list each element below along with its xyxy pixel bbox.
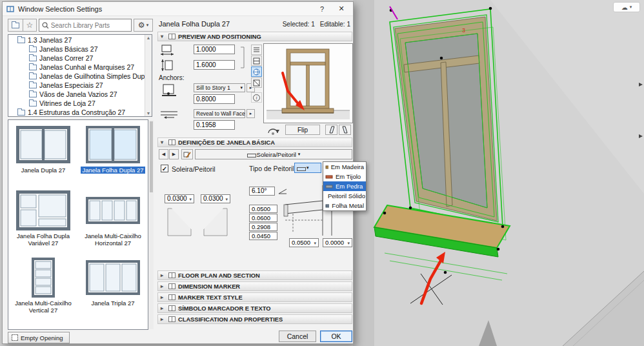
dim-field-3[interactable]: 0.2908 (249, 223, 277, 231)
chevron-down-icon: ▾ (240, 85, 243, 90)
mirror-a-button[interactable] (325, 125, 337, 135)
preview-image[interactable] (263, 43, 353, 123)
tree-item[interactable]: Janelas Cunhal e Marquises 27 (8, 63, 152, 72)
list-icon (253, 46, 260, 54)
menu-item-peitoril-solido[interactable]: Peitoril Sólido (323, 191, 366, 201)
sill-anchor-dropdown[interactable]: Sill to Story 1▾ (194, 83, 245, 92)
section-preview-positioning[interactable]: ▾ PREVIEW AND POSITIONING (157, 32, 352, 41)
search-icon (42, 22, 48, 29)
width-field[interactable]: 1.0000 (194, 45, 235, 54)
section-icon (168, 139, 176, 145)
thumbnail-janela-tripla[interactable]: Janela Tripla 27 (79, 254, 146, 307)
settings-page-button[interactable] (181, 149, 193, 159)
star-icon: ☆ (26, 21, 34, 30)
prev-page-button[interactable]: ◀ (159, 149, 168, 159)
tipo-peitoril-dropdown[interactable]: ▾ (294, 163, 321, 173)
preview-mode-plan-button[interactable] (251, 56, 262, 66)
section-dimension-marker[interactable]: ▸ DIMENSION MARKER (157, 281, 352, 291)
bottom-field-1[interactable]: ▾0.0500 (289, 238, 319, 247)
scroll-down-icon[interactable]: ▼ (145, 111, 152, 116)
folder-view-button[interactable] (8, 19, 23, 32)
tipo-peitoril-label: Tipo de Peitoril (249, 165, 294, 172)
thumbnail-janela-folha-dupla[interactable]: Janela Folha Dupla 27 (79, 121, 146, 174)
preview-mode-list-button[interactable] (251, 45, 262, 55)
dim-field-1[interactable]: 0.0500 (249, 205, 277, 213)
dim-field-2[interactable]: 0.0600 (249, 214, 277, 222)
thumbnail-partial[interactable] (10, 321, 77, 330)
window-selection-settings-dialog: Window Selection Settings ? ✕ ☆ ⚙ ▾ 1.3 … (2, 1, 354, 344)
search-input[interactable] (51, 22, 128, 29)
dim-field-4[interactable]: 0.0450 (249, 232, 277, 240)
preview-mode-3d-button[interactable] (251, 66, 262, 77)
library-settings-button[interactable]: ⚙ ▾ (134, 19, 153, 32)
tree-item[interactable]: Janelas Correr 27 (8, 54, 152, 63)
folder-icon (29, 56, 37, 61)
thumbnail-janela-dupla[interactable]: Janela Dupla 27 (10, 121, 77, 174)
menu-item-folha-metal[interactable]: Folha Metal (323, 201, 366, 210)
flip-button[interactable]: Flip (285, 125, 320, 135)
bottom-field-2[interactable]: ▾0.0000 (323, 238, 352, 247)
section-icon (253, 79, 260, 86)
favorites-button[interactable]: ☆ (23, 19, 37, 32)
tree-scrollbar[interactable]: ▲ ▼ (145, 35, 152, 116)
tree-item-root[interactable]: 1.3 Janelas 27 (8, 36, 152, 45)
expand-icon: ▸ (161, 272, 166, 278)
reveal-anchor-flyout-button[interactable]: ▸ (247, 109, 255, 118)
tree-item[interactable]: Janelas de Guilhotina Simples Dupla 27 (8, 72, 152, 81)
cloud-sync-button[interactable]: ☁▾ (613, 2, 640, 12)
cancel-button[interactable]: Cancel (279, 331, 316, 342)
offset-left-field[interactable]: ▾0.0300 (165, 194, 194, 203)
scroll-up-icon[interactable]: ▲ (145, 36, 152, 40)
section-simbolo-marcador[interactable]: ▸ SÍMBOLO MARCADOR E TEXTO (157, 303, 352, 313)
empty-opening-button[interactable]: Empty Opening (8, 332, 70, 343)
tree-item[interactable]: Janelas Básicas 27 (8, 45, 152, 54)
tree-item-sibling[interactable]: 1.4 Estruturas da Construção 27 (8, 108, 152, 117)
section-classification-properties[interactable]: ▸ CLASSIFICATION AND PROPERTIES (157, 314, 352, 324)
sill-angle-field[interactable]: 6.10° (249, 187, 275, 196)
thumbnail-scrollbar[interactable] (149, 120, 154, 329)
3d-view-icon (253, 68, 260, 76)
thumbnail-multi-caixilho-horizontal[interactable]: Janela Multi-Caixilho Horizontal 27 (79, 187, 146, 247)
dimension-mark: 3 (462, 27, 465, 34)
dialog-titlebar[interactable]: Window Selection Settings ? ✕ (3, 2, 353, 16)
window-thumbnail-image (83, 256, 143, 300)
help-button[interactable]: ? (314, 3, 330, 15)
tree-item[interactable]: Vitrines de Loja 27 (8, 99, 152, 108)
height-field[interactable]: 1.6000 (194, 60, 235, 70)
preview-info-button[interactable]: i (251, 92, 262, 103)
rotate-icon[interactable] (266, 125, 280, 136)
soleira-checkbox[interactable]: ✓ (161, 165, 168, 172)
cloud-icon: ☁ (621, 4, 628, 11)
menu-item-em-madeira[interactable]: Em Madeira (323, 162, 366, 172)
sill-icon (247, 152, 255, 157)
ok-button[interactable]: OK (320, 331, 352, 342)
menu-item-em-tijolo[interactable]: Em Tijolo (323, 172, 366, 181)
preview-mode-section-button[interactable] (251, 77, 262, 88)
mirror-b-button[interactable] (339, 125, 351, 135)
tipo-peitoril-menu: Em Madeira Em Tijolo Em Pedra Peitoril S… (323, 161, 367, 211)
thumbnail-partial[interactable] (79, 321, 146, 330)
expand-icon: ▸ (161, 305, 166, 311)
folder-icon (29, 92, 37, 97)
page-selector-dropdown[interactable]: Soleira/Peitoril ▾ (195, 149, 352, 159)
thumbnail-folha-dupla-variavel[interactable]: Janela Folha Dupla Variável 27 (10, 187, 77, 247)
next-page-button[interactable]: ▶ (169, 149, 179, 159)
selection-status: Selected: 1 Editable: 1 (283, 21, 350, 28)
folder-icon (17, 110, 25, 116)
tree-item[interactable]: Vãos de Janela Vazios 27 (8, 90, 152, 99)
reveal-value-field[interactable]: 0.1958 (194, 120, 235, 130)
section-definicoes-janela-basica[interactable]: ▾ DEFINIÇÕES DE JANELA BÁSICA (157, 137, 352, 147)
tree-item[interactable]: Janelas Especiais 27 (8, 81, 152, 90)
close-button[interactable]: ✕ (334, 3, 349, 15)
mirror-a-icon (327, 126, 336, 134)
section-floor-plan[interactable]: ▸ FLOOR PLAN AND SECTION (157, 270, 352, 280)
soleira-checkbox-label: Soleira/Peitoril (172, 165, 216, 173)
offset-right-field[interactable]: ▾0.0300 (201, 194, 230, 203)
reveal-anchor-dropdown[interactable]: Reveal to Wall Face▾ (194, 109, 245, 118)
section-marker-text-style[interactable]: ▸ MARKER TEXT STYLE (157, 292, 352, 302)
thumbnail-multi-caixilho-vertical[interactable]: Janela Multi-Caixilho Vertical 27 (10, 254, 77, 314)
sill-value-field[interactable]: 0.8000 (194, 94, 235, 104)
section-icon (168, 305, 176, 311)
dialog-icon (6, 5, 14, 13)
menu-item-em-pedra[interactable]: Em Pedra (323, 181, 366, 191)
